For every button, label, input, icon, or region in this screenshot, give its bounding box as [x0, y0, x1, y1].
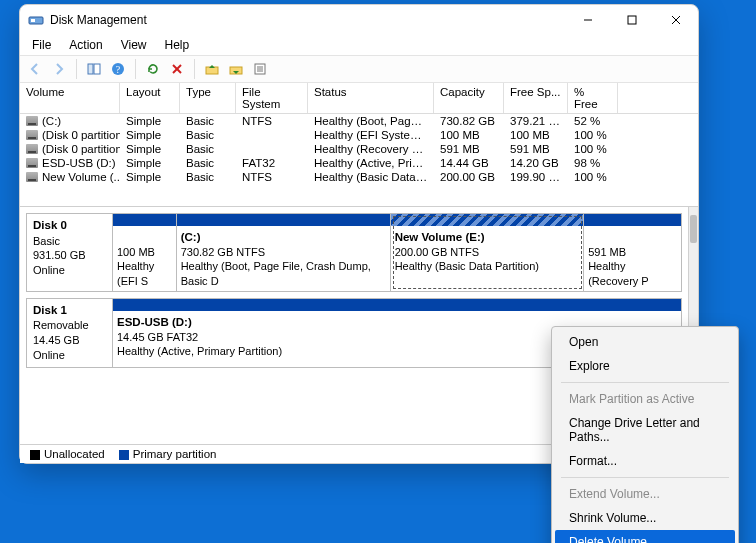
partition[interactable]: New Volume (E:)200.00 GB NTFSHealthy (Ba… — [391, 214, 585, 291]
refresh-icon[interactable] — [142, 58, 164, 80]
svg-rect-1 — [31, 19, 35, 22]
menu-file[interactable]: File — [24, 36, 59, 54]
window-buttons — [566, 5, 698, 35]
column-header[interactable]: Volume — [20, 83, 120, 113]
folder-down-icon[interactable] — [225, 58, 247, 80]
context-format[interactable]: Format... — [555, 449, 735, 473]
drive-icon — [26, 172, 38, 182]
context-extend-volume: Extend Volume... — [555, 482, 735, 506]
column-header[interactable]: Status — [308, 83, 434, 113]
column-header[interactable]: File System — [236, 83, 308, 113]
partition[interactable]: (C:)730.82 GB NTFSHealthy (Boot, Page Fi… — [177, 214, 391, 291]
drive-icon — [26, 144, 38, 154]
column-header[interactable]: Type — [180, 83, 236, 113]
nav-back-icon — [24, 58, 46, 80]
volume-row[interactable]: (C:)SimpleBasicNTFSHealthy (Boot, Page F… — [20, 114, 698, 128]
menu-separator — [561, 382, 729, 383]
disk-label[interactable]: Disk 0Basic931.50 GBOnline — [27, 214, 113, 291]
drive-icon — [26, 130, 38, 140]
svg-rect-12 — [206, 67, 218, 74]
context-mark-partition-as-active: Mark Partition as Active — [555, 387, 735, 411]
menubar: FileActionViewHelp — [20, 35, 698, 55]
drive-icon — [26, 158, 38, 168]
context-open[interactable]: Open — [555, 330, 735, 354]
menu-separator — [561, 477, 729, 478]
nav-forward-icon — [48, 58, 70, 80]
svg-rect-3 — [628, 16, 636, 24]
legend-unallocated: Unallocated — [30, 448, 105, 460]
svg-text:?: ? — [116, 64, 121, 75]
menu-view[interactable]: View — [113, 36, 155, 54]
app-icon — [28, 12, 44, 28]
column-headers: VolumeLayoutTypeFile SystemStatusCapacit… — [20, 83, 698, 114]
toolbar: ? — [20, 55, 698, 83]
context-change-drive-letter-and-paths[interactable]: Change Drive Letter and Paths... — [555, 411, 735, 449]
partition[interactable]: 591 MBHealthy (Recovery P — [584, 214, 681, 291]
partition[interactable]: 100 MBHealthy (EFI S — [113, 214, 177, 291]
disk-label[interactable]: Disk 1Removable14.45 GBOnline — [27, 299, 113, 367]
column-header[interactable]: Layout — [120, 83, 180, 113]
volume-row[interactable]: New Volume (...SimpleBasicNTFSHealthy (B… — [20, 170, 698, 184]
svg-rect-7 — [94, 64, 100, 74]
minimize-button[interactable] — [566, 5, 610, 35]
window-title: Disk Management — [50, 13, 566, 27]
volume-list: VolumeLayoutTypeFile SystemStatusCapacit… — [20, 83, 698, 206]
volume-row[interactable]: (Disk 0 partition 5)SimpleBasicHealthy (… — [20, 142, 698, 156]
close-button[interactable] — [654, 5, 698, 35]
drive-icon — [26, 116, 38, 126]
svg-rect-6 — [88, 64, 93, 74]
volume-row[interactable]: (Disk 0 partition 1)SimpleBasicHealthy (… — [20, 128, 698, 142]
volume-rows: (C:)SimpleBasicNTFSHealthy (Boot, Page F… — [20, 114, 698, 206]
properties-icon[interactable] — [249, 58, 271, 80]
column-header[interactable]: Free Sp... — [504, 83, 568, 113]
disk-row: Disk 0Basic931.50 GBOnline 100 MBHealthy… — [26, 213, 682, 292]
delete-icon[interactable] — [166, 58, 188, 80]
context-delete-volume[interactable]: Delete Volume... — [555, 530, 735, 543]
help-icon[interactable]: ? — [107, 58, 129, 80]
menu-action[interactable]: Action — [61, 36, 110, 54]
context-shrink-volume[interactable]: Shrink Volume... — [555, 506, 735, 530]
volume-row[interactable]: ESD-USB (D:)SimpleBasicFAT32Healthy (Act… — [20, 156, 698, 170]
column-header[interactable]: Capacity — [434, 83, 504, 113]
show-hide-tree-icon[interactable] — [83, 58, 105, 80]
maximize-button[interactable] — [610, 5, 654, 35]
folder-up-icon[interactable] — [201, 58, 223, 80]
menu-help[interactable]: Help — [157, 36, 198, 54]
titlebar: Disk Management — [20, 5, 698, 35]
legend-primary: Primary partition — [119, 448, 217, 460]
context-menu: OpenExploreMark Partition as ActiveChang… — [551, 326, 739, 543]
column-header[interactable]: % Free — [568, 83, 618, 113]
context-explore[interactable]: Explore — [555, 354, 735, 378]
